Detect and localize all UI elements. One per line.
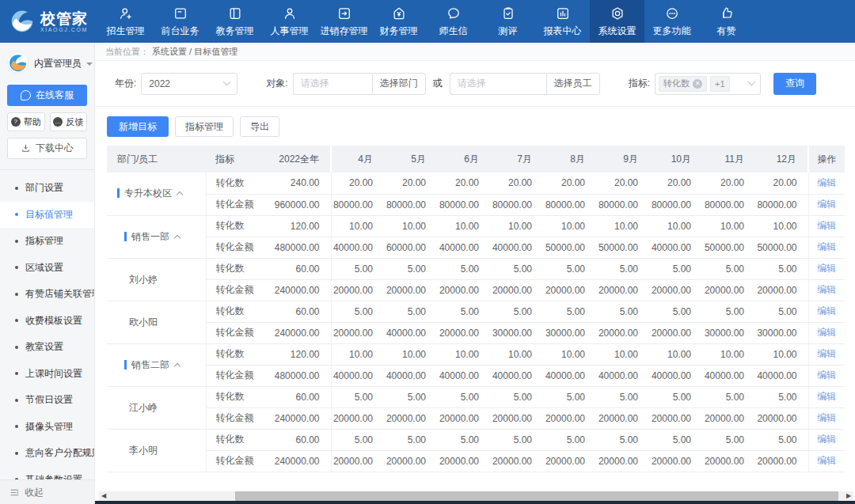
sidebar-item[interactable]: 部门设置 (0, 175, 94, 202)
month-value-cell: 5.00 (384, 429, 437, 450)
nav-item-label: 有赞 (717, 25, 736, 38)
month-value-cell: 60000.00 (384, 237, 437, 258)
select-staff-button[interactable]: 选择员工 (546, 73, 600, 95)
collapse-sidebar-button[interactable]: 收起 (0, 479, 94, 504)
year-select[interactable]: 2022 (141, 73, 238, 95)
nav-item-report-chart[interactable]: 报表中心 (535, 0, 590, 43)
sidebar-item[interactable]: 有赞店铺关联管理 (0, 281, 94, 308)
column-header: 4月 (331, 146, 384, 172)
collapse-caret-icon[interactable] (174, 362, 180, 369)
nav-item-more[interactable]: 更多功能 (644, 0, 699, 43)
month-value-cell: 20.00 (543, 172, 596, 194)
sidebar-item-label: 有赞店铺关联管理 (25, 287, 94, 301)
scroll-left-arrow[interactable]: ◀ (99, 491, 108, 501)
collapse-caret-icon[interactable] (177, 191, 183, 198)
edit-link[interactable]: 编辑 (817, 305, 836, 316)
edit-link[interactable]: 编辑 (817, 263, 836, 274)
group-name-cell: 江小峥 (107, 386, 206, 429)
nav-item-desktop[interactable]: 前台业务 (153, 0, 207, 43)
edit-link[interactable]: 编辑 (817, 199, 836, 210)
scroll-right-arrow[interactable]: ▶ (844, 491, 853, 501)
edit-link[interactable]: 编辑 (817, 327, 836, 338)
app-logo[interactable]: 校管家 XIAOGJ.COM (0, 0, 98, 43)
chat-icon (446, 6, 462, 21)
nav-item-chat[interactable]: 师生信 (426, 0, 481, 43)
desktop-icon (173, 6, 188, 21)
nav-item-book[interactable]: 教务管理 (207, 0, 262, 43)
nav-item-label: 前台业务 (162, 25, 200, 38)
column-header: 7月 (490, 146, 543, 172)
month-value-cell: 5.00 (596, 258, 649, 279)
scrollbar-thumb[interactable] (235, 491, 838, 501)
remove-tag-icon[interactable]: ✕ (693, 79, 702, 89)
bottom-edge-strip (95, 501, 855, 504)
table-row: 转化金额480000.0040000.0040000.0040000.00400… (107, 365, 845, 386)
indicator-manage-button[interactable]: 指标管理 (175, 116, 234, 137)
nav-item-clipboard-check[interactable]: 测评 (481, 0, 535, 43)
group-name-cell: 欧小阳 (107, 301, 206, 343)
table-row: 转化金额240000.0020000.0020000.0020000.00200… (107, 450, 845, 472)
edit-link[interactable]: 编辑 (817, 434, 836, 445)
download-center-button[interactable]: 下载中心 (7, 138, 87, 159)
sidebar-item-label: 节假日设置 (25, 393, 73, 407)
operation-cell: 编辑 (808, 407, 845, 429)
edit-link[interactable]: 编辑 (817, 412, 836, 423)
month-value-cell: 20000.00 (543, 407, 596, 429)
edit-link[interactable]: 编辑 (817, 369, 836, 381)
staff-input[interactable]: 请选择 (450, 73, 546, 95)
group-color-bar (124, 360, 127, 369)
nav-item-thumb-up[interactable]: 有赞 (699, 0, 754, 43)
month-value-cell: 20000.00 (702, 407, 755, 429)
month-value-cell: 5.00 (596, 429, 649, 450)
year-total-cell: 480000.00 (271, 365, 331, 386)
nav-item-label: 教务管理 (216, 25, 254, 38)
feedback-button[interactable]: … 反馈 (50, 112, 88, 131)
finance-icon (391, 6, 407, 21)
nav-item-person-add[interactable]: 招生管理 (98, 0, 153, 43)
sidebar-item[interactable]: 摄像头管理 (0, 414, 94, 441)
department-input[interactable]: 请选择 (293, 73, 372, 95)
sidebar-item[interactable]: 指标管理 (0, 228, 94, 255)
edit-link[interactable]: 编辑 (817, 284, 836, 295)
collapse-caret-icon[interactable] (174, 234, 180, 241)
help-button[interactable]: ? 帮助 (7, 112, 45, 131)
add-target-button[interactable]: 新增目标 (107, 116, 169, 137)
horizontal-scrollbar[interactable]: ◀ ▶ (99, 491, 853, 501)
search-button[interactable]: 查询 (773, 73, 816, 95)
nav-item-finance[interactable]: 财务管理 (371, 0, 426, 43)
sidebar-item[interactable]: 目标值管理 (0, 202, 94, 229)
nav-item-inventory-arrow[interactable]: 进销存管理 (317, 0, 371, 43)
user-menu[interactable]: 内置管理员 (0, 43, 94, 83)
edit-link[interactable]: 编辑 (817, 177, 836, 188)
nav-item-person[interactable]: 人事管理 (262, 0, 317, 43)
select-department-button[interactable]: 选择部门 (372, 73, 426, 95)
sidebar-item[interactable]: 基础参数设置 (0, 467, 94, 480)
edit-link[interactable]: 编辑 (817, 348, 836, 359)
month-value-cell: 5.00 (543, 429, 596, 450)
report-chart-icon (555, 6, 571, 21)
sidebar-item[interactable]: 意向客户分配规则 (0, 440, 94, 467)
sidebar-item[interactable]: 上课时间设置 (0, 361, 94, 388)
edit-link[interactable]: 编辑 (817, 241, 836, 252)
department-placeholder: 请选择 (301, 77, 329, 90)
export-button[interactable]: 导出 (240, 116, 279, 137)
indicator-select[interactable]: 转化数 ✕ +1 (655, 73, 761, 95)
operation-cell: 编辑 (808, 343, 845, 365)
group-name-cell: 李小明 (107, 429, 206, 472)
bullet-icon (15, 293, 18, 296)
nav-item-label: 测评 (499, 25, 518, 38)
targets-table: 部门/员工指标2022全年4月5月6月7月8月9月10月11月12月操作 专升本… (107, 146, 845, 472)
sidebar-item[interactable]: 教室设置 (0, 334, 94, 361)
online-service-button[interactable]: 在线客服 (7, 85, 87, 106)
sidebar-item[interactable]: 收费模板设置 (0, 308, 94, 335)
edit-link[interactable]: 编辑 (817, 220, 836, 231)
sidebar-item[interactable]: 节假日设置 (0, 387, 94, 414)
edit-link[interactable]: 编辑 (817, 391, 836, 402)
month-value-cell: 20.00 (384, 172, 437, 194)
month-value-cell: 10.00 (755, 343, 808, 365)
sidebar-item[interactable]: 区域设置 (0, 255, 94, 282)
edit-link[interactable]: 编辑 (817, 455, 836, 466)
nav-item-gear[interactable]: 系统设置 (590, 0, 644, 43)
month-value-cell: 40000.00 (755, 365, 808, 386)
month-value-cell: 5.00 (384, 386, 437, 407)
